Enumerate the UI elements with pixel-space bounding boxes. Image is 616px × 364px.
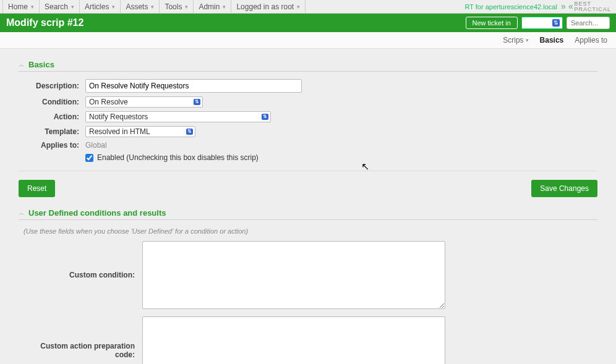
title-bar: Modify scrip #12 New ticket in General ⇅ bbox=[0, 14, 616, 32]
tab-scrips[interactable]: Scrips▾ bbox=[503, 36, 528, 44]
updown-icon: ⇅ bbox=[194, 99, 200, 105]
chevron-down-icon: ▾ bbox=[112, 4, 115, 10]
user-defined-header: ︿ User Defined conditions and results bbox=[19, 208, 597, 220]
user-defined-title: User Defined conditions and results bbox=[28, 208, 166, 218]
chevron-down-icon: ▾ bbox=[297, 4, 300, 10]
save-button[interactable]: Save Changes bbox=[531, 180, 597, 197]
template-label: Template: bbox=[19, 127, 85, 136]
separator bbox=[19, 171, 597, 171]
menu-articles[interactable]: Articles▾ bbox=[80, 0, 121, 13]
top-menu-bar: Home▾ Search▾ Articles▾ Assets▾ Tools▾ A… bbox=[0, 0, 616, 14]
description-label: Description: bbox=[19, 82, 85, 90]
logo-chevrons-icon: » bbox=[568, 4, 573, 9]
user-defined-section: ︿ User Defined conditions and results (U… bbox=[19, 208, 597, 364]
applies-to-value: Global bbox=[85, 141, 107, 150]
custom-action-prep-textarea[interactable] bbox=[142, 316, 445, 364]
chevron-down-icon: ▾ bbox=[151, 4, 154, 10]
best-practical-logo: » » BESTPRACTICAL bbox=[561, 1, 611, 12]
tab-applies-to[interactable]: Applies to bbox=[575, 36, 607, 44]
collapse-icon[interactable]: ︿ bbox=[19, 61, 25, 69]
menu-assets[interactable]: Assets▾ bbox=[121, 0, 160, 13]
updown-icon: ⇅ bbox=[186, 129, 193, 135]
action-select[interactable]: Notify Requestors ⇅ bbox=[85, 111, 271, 122]
sub-tabs: Scrips▾ Basics Applies to bbox=[0, 32, 616, 49]
menu-logged-in[interactable]: Logged in as root▾ bbox=[231, 0, 306, 13]
reset-button[interactable]: Reset bbox=[19, 180, 55, 197]
user-defined-hint: (Use these fields when you choose 'User … bbox=[24, 227, 597, 235]
button-row: Reset Save Changes bbox=[19, 180, 597, 197]
queue-select[interactable]: General ⇅ bbox=[521, 17, 563, 29]
menu-search[interactable]: Search▾ bbox=[40, 0, 80, 13]
custom-condition-label: Custom condition: bbox=[19, 271, 142, 279]
description-input[interactable] bbox=[85, 79, 302, 93]
custom-condition-textarea[interactable] bbox=[142, 241, 445, 309]
menu-admin[interactable]: Admin▾ bbox=[194, 0, 231, 13]
chevron-down-icon: ▾ bbox=[185, 4, 188, 10]
rt-instance-label: RT for aperturescience42.local bbox=[464, 3, 557, 11]
menu-tools[interactable]: Tools▾ bbox=[160, 0, 194, 13]
logo-chevrons-icon: » bbox=[561, 4, 567, 9]
updown-icon: ⇅ bbox=[262, 114, 268, 120]
search-input[interactable] bbox=[567, 17, 610, 29]
condition-label: Condition: bbox=[19, 98, 85, 106]
basics-section: ︿ Basics Description: Condition: On Reso… bbox=[19, 60, 597, 162]
chevron-down-icon: ▾ bbox=[223, 4, 226, 10]
enabled-label: Enabled (Unchecking this box disables th… bbox=[97, 153, 259, 162]
template-select[interactable]: Resolved in HTML ⇅ bbox=[85, 126, 195, 137]
queue-selected-label: General bbox=[524, 19, 549, 27]
chevron-down-icon: ▾ bbox=[526, 37, 529, 43]
new-ticket-button[interactable]: New ticket in bbox=[466, 17, 518, 29]
updown-icon: ⇅ bbox=[552, 19, 560, 27]
menu-home[interactable]: Home▾ bbox=[2, 0, 40, 13]
condition-select[interactable]: On Resolve ⇅ bbox=[85, 96, 203, 108]
applies-to-label: Applies to: bbox=[19, 141, 85, 150]
action-label: Action: bbox=[19, 112, 85, 121]
basics-header: ︿ Basics bbox=[19, 60, 597, 72]
enabled-checkbox[interactable] bbox=[85, 154, 93, 162]
chevron-down-icon: ▾ bbox=[31, 4, 34, 10]
tab-basics[interactable]: Basics bbox=[540, 36, 564, 44]
page-title: Modify scrip #12 bbox=[6, 17, 83, 28]
basics-title: Basics bbox=[28, 60, 54, 69]
content-area: ︿ Basics Description: Condition: On Reso… bbox=[0, 49, 616, 364]
custom-action-prep-label: Custom action preparation code: bbox=[19, 342, 142, 359]
collapse-icon[interactable]: ︿ bbox=[19, 209, 25, 218]
chevron-down-icon: ▾ bbox=[71, 4, 74, 10]
